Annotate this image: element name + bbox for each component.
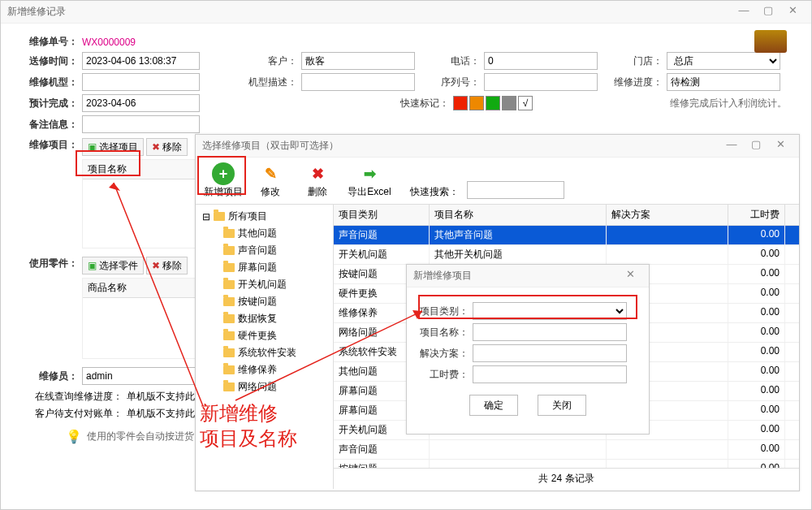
color-check[interactable]: √ [518,96,533,110]
quickmark-label: 快速标记： [400,97,449,110]
remove-part-button[interactable]: ✖ 移除 [146,257,188,274]
folder-icon [223,263,235,272]
table-row[interactable]: 按键问题0.00 [334,460,799,468]
folder-icon [223,348,235,357]
tree-item[interactable]: 维修保养 [220,361,330,378]
delete-button[interactable]: ✖ 删除 [298,162,337,199]
serial-input[interactable] [484,73,598,91]
main-titlebar: 新增维修记录 — ▢ ✕ [1,1,811,24]
tree-item[interactable]: 数据恢复 [220,310,330,327]
folder-icon [223,280,235,289]
annotation-text: 新增维修 项目及名称 [200,401,297,452]
est-label: 预计完成： [25,97,78,110]
parts-label: 使用零件： [25,257,78,270]
tree-item[interactable]: 网络问题 [220,378,330,395]
fee-label: 工时费： [420,368,469,382]
folder-icon [223,246,235,255]
solution-input[interactable] [473,344,627,362]
ok-button[interactable]: 确定 [469,395,518,416]
table-row[interactable]: 开关机问题其他开关机问题0.00 [334,245,799,265]
pay-value: 单机版不支持此功 [127,407,205,421]
color-gray[interactable] [502,96,516,110]
remove-icon: ✖ [152,141,160,153]
store-select[interactable]: 总店 [667,52,780,70]
fee-input[interactable] [473,365,627,383]
model-desc-input[interactable] [301,73,415,91]
add-dialog: 新增维修项目 ✕ 项目类别： 项目名称： 解决方案： 工时费： 确定 关闭 [406,264,650,434]
tree-item[interactable]: 系统软件安装 [220,344,330,361]
pay-label: 客户待支付对账单： [25,407,123,421]
main-title: 新增维修记录 [7,5,66,19]
minimize-button[interactable]: — [719,138,744,154]
folder-icon [223,229,235,238]
cancel-button[interactable]: 关闭 [538,395,586,416]
pencil-icon: ✎ [259,162,282,185]
table-row[interactable]: 声音问题其他声音问题0.00 [334,226,799,245]
store-label: 门店： [614,54,663,68]
folder-icon [223,331,235,340]
remark-input[interactable] [82,115,200,133]
maximize-button[interactable]: ▢ [756,4,780,20]
plus-icon: + [212,162,235,185]
name-input[interactable] [473,323,627,341]
add-item-button[interactable]: + 新增项目 [204,162,243,199]
est-input[interactable] [82,94,200,112]
color-green[interactable] [486,96,500,110]
add-title: 新增维修项目 [413,269,472,283]
maximize-button[interactable]: ▢ [744,138,768,154]
edit-button[interactable]: ✎ 修改 [251,162,290,199]
close-button[interactable]: ✕ [618,268,642,284]
grid-header: 项目类别 项目名称 解决方案 工时费 [334,205,799,226]
name-label: 项目名称： [420,326,469,339]
tree-root[interactable]: ⊟ 所有项目 [199,208,330,225]
table-row[interactable]: 声音问题0.00 [334,440,799,460]
order-no-value: WX0000009 [82,37,136,48]
select-title: 选择维修项目（双击即可选择） [202,139,339,153]
select-item-button[interactable]: ▣ 选择项目 [82,138,144,156]
tree-item[interactable]: 其他问题 [220,225,330,242]
tree-item[interactable]: 按键问题 [220,293,330,310]
tree-item[interactable]: 声音问题 [220,242,330,259]
tree-item[interactable]: 屏幕问题 [220,259,330,276]
send-time-input[interactable] [82,52,200,70]
progress-label: 维修进度： [614,76,663,89]
add-icon: ▣ [88,260,97,271]
solution-label: 解决方案： [420,347,469,361]
close-button[interactable]: ✕ [768,138,793,154]
model-input[interactable] [82,73,200,91]
folder-icon [223,314,235,323]
grid-footer: 共 24 条记录 [334,468,799,489]
progress-input[interactable] [667,73,780,91]
color-red[interactable] [453,96,468,110]
online-query-label: 在线查询维修进度： [25,390,123,404]
search-input[interactable] [467,181,564,199]
remove-item-button[interactable]: ✖ 移除 [146,138,188,156]
select-part-button[interactable]: ▣ 选择零件 [82,257,144,274]
color-orange[interactable] [469,96,484,110]
export-button[interactable]: ➡ 导出Excel [345,162,394,199]
close-button[interactable]: ✕ [780,4,805,20]
online-query-value: 单机版不支持此功 [127,390,205,404]
items-label: 维修项目： [25,138,78,152]
bulb-icon: 💡 [66,429,82,444]
minus-icon: ⊟ [202,211,210,223]
item-name-header: 项目名称 [83,160,199,179]
add-icon: ▣ [88,141,97,153]
send-time-label: 送修时间： [25,54,78,68]
tree-item[interactable]: 硬件更换 [220,327,330,344]
customer-input[interactable] [301,52,415,70]
serial-label: 序列号： [431,76,480,89]
folder-icon [223,297,235,306]
folder-icon [223,382,235,391]
folder-icon [223,365,235,374]
tree-item[interactable]: 开关机问题 [220,276,330,293]
tech-input[interactable] [82,367,200,385]
cat-select[interactable] [473,302,627,320]
folder-icon [214,212,225,221]
profit-note: 维修完成后计入利润统计。 [670,97,787,110]
minimize-button[interactable]: — [732,4,756,20]
part-name-header: 商品名称 [83,279,199,298]
cat-label: 项目类别： [420,305,469,318]
toolbox-icon [754,30,787,53]
phone-input[interactable] [484,52,598,70]
